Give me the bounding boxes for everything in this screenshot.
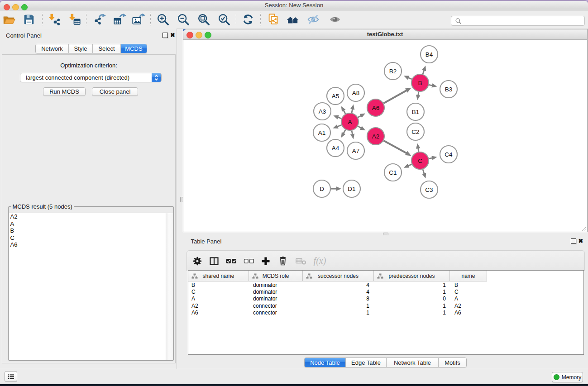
node-label-A3: A3 (318, 108, 326, 115)
table-row[interactable]: Cdominator41C (188, 288, 583, 295)
desktop-background-strip (0, 384, 588, 386)
column-header-name[interactable]: name (450, 271, 487, 281)
zoom-fit-button[interactable] (196, 12, 211, 27)
result-item[interactable]: B (9, 227, 173, 234)
arrowhead-B-B1 (416, 95, 420, 100)
hide-selected-icon (306, 13, 320, 26)
export-table-button[interactable] (112, 12, 127, 27)
show-all-button[interactable] (327, 12, 343, 27)
node-label-A6: A6 (372, 105, 379, 111)
edge-A2-C (383, 141, 407, 153)
column-header-successor-nodes[interactable]: successor nodes (303, 271, 374, 281)
deselect-all-button[interactable] (243, 251, 255, 271)
node-label-C4: C4 (445, 151, 453, 158)
table-panel-title: Table Panel (191, 238, 222, 245)
arrowhead-C-C3 (422, 173, 426, 178)
search-input[interactable] (464, 17, 584, 24)
tab-mcds[interactable]: MCDS (120, 44, 147, 53)
node-label-A4: A4 (331, 145, 339, 152)
result-item[interactable]: A (9, 220, 173, 228)
delete-table-button (295, 251, 307, 271)
columns-button[interactable] (209, 251, 219, 271)
node-label-D: D (320, 186, 324, 192)
network-window: testGlobe.txt AA1A3A5A8A6A2A4A7BB2B4B3B1… (183, 29, 588, 232)
memory-button[interactable]: Memory (552, 372, 583, 382)
node-label-C1: C1 (389, 169, 397, 176)
tab-select[interactable]: Select (92, 44, 120, 53)
table-close-panel-icon[interactable]: ✖ (578, 239, 583, 243)
cell-successor-nodes: 1 (366, 310, 369, 316)
mcds-result-list[interactable]: A2ABCA6 (9, 213, 173, 360)
cell-shared-name: C (191, 289, 196, 295)
cell-MCDS-role: connector (253, 303, 277, 309)
tab-network-table[interactable]: Network Table (386, 358, 438, 367)
edge-A6-B (383, 90, 407, 103)
arrowhead-B-B2 (403, 76, 409, 80)
result-list-scrollbar[interactable] (166, 213, 173, 360)
table-row[interactable]: A6connector11A6 (188, 310, 583, 316)
save-session-button[interactable] (21, 12, 37, 27)
node-label-B2: B2 (389, 68, 397, 75)
delete-row-button[interactable] (278, 251, 287, 271)
column-header-predecessor-nodes[interactable]: predecessor nodes (374, 271, 450, 281)
table-row[interactable]: Bdominator41B (188, 281, 583, 288)
toolbar-separator (86, 13, 86, 26)
first-neighbors-button[interactable] (285, 12, 301, 27)
tab-style[interactable]: Style (68, 44, 92, 53)
zoom-out-button[interactable] (176, 12, 191, 27)
close-panel-icon[interactable]: ✖ (170, 33, 175, 38)
result-item[interactable]: A6 (9, 241, 173, 248)
zoom-in-button[interactable] (155, 12, 171, 27)
select-all-button[interactable] (225, 251, 237, 271)
window-resize-grip[interactable] (581, 226, 587, 231)
criterion-dropdown[interactable]: largest connected component (directed) (20, 73, 162, 82)
result-item[interactable]: C (9, 234, 173, 242)
refresh-button[interactable] (240, 12, 256, 27)
cell-successor-nodes: 8 (366, 295, 369, 302)
tab-edge-table[interactable]: Edge Table (345, 358, 386, 367)
zoom-fit-icon (197, 13, 210, 26)
fx-button: f(x) (312, 251, 328, 271)
network-canvas[interactable]: AA1A3A5A8A6A2A4A7BB2B4B3B1CC2C4C1C3DD1 (183, 39, 587, 232)
table-toolbar: f(x) (186, 250, 585, 271)
table-float-panel-icon[interactable] (571, 238, 576, 244)
mcds-result-group: MCDS result (5 nodes) A2ABCA6 (8, 206, 174, 361)
cell-successor-nodes: 4 (366, 282, 369, 288)
column-header-MCDS-role[interactable]: MCDS role (249, 271, 303, 281)
export-image-button[interactable] (130, 12, 146, 27)
arrowhead-B-B3 (431, 83, 437, 87)
float-panel-icon[interactable] (163, 33, 168, 38)
result-item[interactable]: A2 (9, 213, 173, 220)
zoom-selected-button[interactable] (216, 12, 232, 27)
table-tabs: Node TableEdge TableNetwork TableMotifs (304, 357, 467, 367)
cell-shared-name: B (191, 282, 195, 288)
deselect-all-icon (243, 257, 255, 266)
import-table-button[interactable] (67, 12, 82, 27)
add-row-button[interactable] (261, 251, 270, 271)
arrowhead-A-A3 (333, 115, 339, 119)
table-row[interactable]: A2connector11A2 (188, 302, 583, 309)
cell-shared-name: A (191, 295, 195, 302)
mcds-panel: Optimization criterion: largest connecte… (2, 54, 176, 363)
network-from-selection-button[interactable] (266, 12, 281, 27)
close-panel-button[interactable]: Close panel (92, 87, 138, 96)
tab-motifs[interactable]: Motifs (438, 358, 466, 367)
search-field[interactable] (451, 16, 585, 26)
toolbar-separator (150, 13, 151, 26)
run-mcds-button[interactable]: Run MCDS (43, 87, 86, 96)
delete-table-icon (295, 257, 307, 266)
open-file-button[interactable] (1, 12, 17, 27)
export-image-icon (131, 13, 145, 26)
tab-node-table[interactable]: Node Table (305, 358, 345, 367)
import-network-button[interactable] (46, 12, 62, 27)
hide-selected-button[interactable] (306, 12, 321, 27)
export-table-icon (113, 13, 126, 26)
list-icon (8, 374, 14, 380)
show-panels-button[interactable] (5, 371, 17, 382)
table-row[interactable]: Adominator80A (188, 295, 583, 302)
node-label-B1: B1 (411, 109, 419, 115)
gear-button[interactable] (192, 251, 202, 271)
column-header-shared-name[interactable]: shared name (188, 271, 249, 281)
tab-network[interactable]: Network (36, 44, 68, 53)
export-network-button[interactable] (92, 12, 108, 27)
